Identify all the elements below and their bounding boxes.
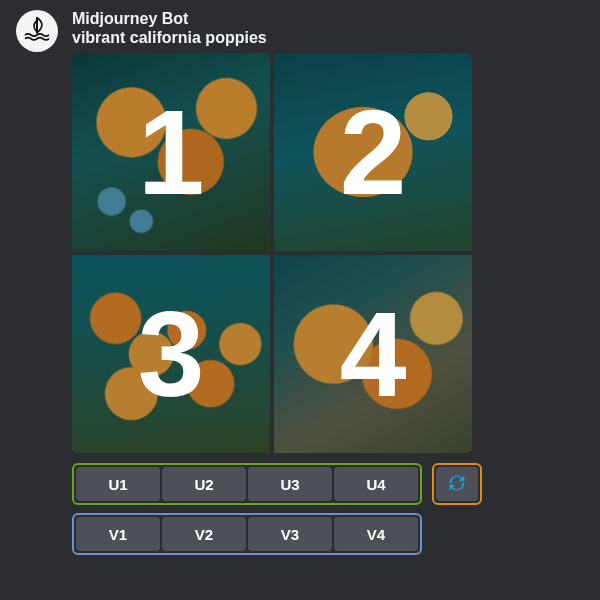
upscale-1-button[interactable]: U1 — [76, 467, 160, 501]
message-body: Midjourney Bot vibrant california poppie… — [72, 10, 584, 555]
upscale-row: U1 U2 U3 U4 — [72, 463, 584, 505]
grid-tile-3[interactable]: 3 — [72, 255, 270, 453]
grid-tile-2[interactable]: 2 — [274, 53, 472, 251]
prompt-text: vibrant california poppies — [72, 29, 584, 47]
variation-2-button[interactable]: V2 — [162, 517, 246, 551]
message: Midjourney Bot vibrant california poppie… — [0, 0, 600, 565]
refresh-icon — [446, 472, 468, 497]
tile-number: 1 — [138, 92, 205, 212]
tile-number: 2 — [340, 92, 407, 212]
grid-tile-4[interactable]: 4 — [274, 255, 472, 453]
author-name[interactable]: Midjourney Bot — [72, 10, 584, 28]
upscale-4-button[interactable]: U4 — [334, 467, 418, 501]
bot-avatar[interactable] — [16, 10, 58, 52]
variation-button-group: V1 V2 V3 V4 — [72, 513, 422, 555]
variation-4-button[interactable]: V4 — [334, 517, 418, 551]
upscale-2-button[interactable]: U2 — [162, 467, 246, 501]
image-grid[interactable]: 1 2 3 4 — [72, 53, 472, 453]
reroll-button[interactable] — [436, 467, 478, 501]
reroll-button-group — [432, 463, 482, 505]
tile-number: 4 — [340, 294, 407, 414]
sailboat-icon — [22, 14, 52, 48]
upscale-button-group: U1 U2 U3 U4 — [72, 463, 422, 505]
upscale-3-button[interactable]: U3 — [248, 467, 332, 501]
tile-number: 3 — [138, 294, 205, 414]
variation-3-button[interactable]: V3 — [248, 517, 332, 551]
action-rows: U1 U2 U3 U4 — [72, 463, 584, 555]
variation-1-button[interactable]: V1 — [76, 517, 160, 551]
variation-row: V1 V2 V3 V4 — [72, 513, 584, 555]
grid-tile-1[interactable]: 1 — [72, 53, 270, 251]
